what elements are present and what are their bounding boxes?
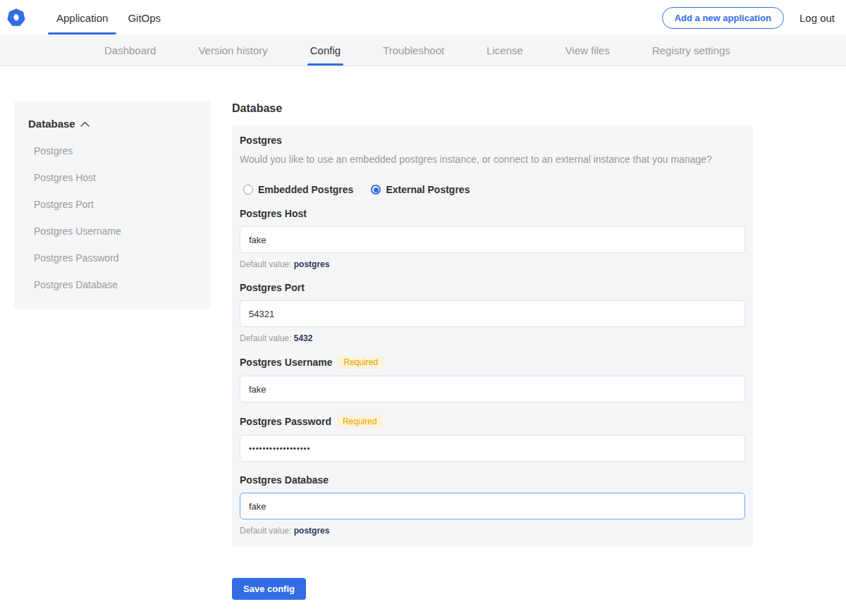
subnav-tab-view-files-label: View files xyxy=(565,44,610,56)
postgres-host-default: Default value: postgres xyxy=(240,259,745,269)
save-config-button[interactable]: Save config xyxy=(232,578,306,600)
postgres-username-label: Postgres Username Required xyxy=(240,356,745,369)
postgres-database-label: Postgres Database xyxy=(240,474,745,486)
subnav-tab-troubleshoot-label: Troubleshoot xyxy=(383,44,444,56)
radio-embedded-postgres-label: Embedded Postgres xyxy=(258,184,353,195)
subnav-tab-license-label: License xyxy=(486,44,523,56)
sidebar-item-postgres-host[interactable]: Postgres Host xyxy=(34,172,197,183)
postgres-database-input[interactable] xyxy=(240,493,745,519)
required-badge: Required xyxy=(338,356,384,369)
top-nav-tabs: Application GitOps xyxy=(47,0,171,35)
postgres-password-label: Postgres Password Required xyxy=(240,415,745,428)
required-badge: Required xyxy=(337,415,383,428)
postgres-port-label: Postgres Port xyxy=(240,282,745,293)
postgres-item-label: Postgres xyxy=(240,135,745,146)
postgres-username-input[interactable] xyxy=(240,376,745,402)
logout-link[interactable]: Log out xyxy=(799,12,835,24)
postgres-host-input[interactable] xyxy=(240,226,745,253)
sidebar-group-database[interactable]: Database xyxy=(28,118,197,130)
subnav-tab-config[interactable]: Config xyxy=(310,35,341,66)
postgres-password-label-text: Postgres Password xyxy=(240,416,331,427)
tab-gitops[interactable]: GitOps xyxy=(118,0,171,35)
sidebar-group-database-label: Database xyxy=(28,118,75,130)
field-postgres-password: Postgres Password Required xyxy=(240,415,745,462)
sidebar-item-postgres-username[interactable]: Postgres Username xyxy=(34,226,197,237)
subnav-tab-troubleshoot[interactable]: Troubleshoot xyxy=(383,35,444,66)
default-value-text: 5432 xyxy=(294,333,313,343)
subnav-tab-version-history[interactable]: Version history xyxy=(198,35,267,66)
radio-unchecked-icon xyxy=(243,185,253,195)
subnav-tab-config-label: Config xyxy=(310,44,341,56)
radio-external-postgres-label: External Postgres xyxy=(386,184,470,195)
postgres-password-input[interactable] xyxy=(240,435,745,462)
config-groups-sidebar: Database Postgres Postgres Host Postgres… xyxy=(14,101,211,309)
logo-heptagon xyxy=(7,8,25,27)
field-postgres-port: Postgres Port Default value: 5432 xyxy=(240,282,745,343)
postgres-database-default: Default value: postgres xyxy=(240,526,745,536)
subnav-tab-view-files[interactable]: View files xyxy=(565,35,610,66)
sidebar-item-postgres-database[interactable]: Postgres Database xyxy=(34,279,197,290)
app-logo-icon[interactable] xyxy=(7,8,25,27)
postgres-username-label-text: Postgres Username xyxy=(240,357,333,368)
subnav-tab-registry-settings-label: Registry settings xyxy=(652,44,730,56)
field-postgres-database: Postgres Database Default value: postgre… xyxy=(240,474,745,536)
subnav-tab-registry-settings[interactable]: Registry settings xyxy=(652,35,730,66)
subnav-tab-dashboard-label: Dashboard xyxy=(104,44,156,56)
radio-external-postgres[interactable]: External Postgres xyxy=(371,184,470,195)
subnav-tab-dashboard[interactable]: Dashboard xyxy=(104,35,156,66)
tab-application[interactable]: Application xyxy=(47,0,118,35)
default-value-label: Default value: xyxy=(240,333,291,343)
config-page: Application GitOps Add a new application… xyxy=(0,0,846,616)
default-value-text: postgres xyxy=(294,526,330,536)
field-postgres-username: Postgres Username Required xyxy=(240,356,745,402)
add-new-application-button[interactable]: Add a new application xyxy=(662,7,784,29)
subnav-tab-license[interactable]: License xyxy=(486,35,523,66)
group-title: Database xyxy=(232,102,753,115)
config-main-area: Database Postgres Would you like to use … xyxy=(232,102,753,600)
field-postgres-host: Postgres Host Default value: postgres xyxy=(240,208,745,269)
radio-checked-icon xyxy=(371,185,381,195)
postgres-port-default: Default value: 5432 xyxy=(240,333,745,343)
sidebar-item-postgres-port[interactable]: Postgres Port xyxy=(34,199,197,210)
radio-embedded-postgres[interactable]: Embedded Postgres xyxy=(243,184,353,195)
postgres-radio-group: Embedded Postgres External Postgres xyxy=(243,184,745,195)
tab-application-label: Application xyxy=(56,12,108,24)
sidebar-item-postgres-password[interactable]: Postgres Password xyxy=(34,252,197,264)
app-sub-nav: Dashboard Version history Config Trouble… xyxy=(0,35,846,66)
chevron-up-icon xyxy=(80,121,90,127)
top-nav: Application GitOps Add a new application… xyxy=(0,0,846,35)
database-config-panel: Postgres Would you like to use an embedd… xyxy=(232,125,753,547)
postgres-host-label: Postgres Host xyxy=(240,208,745,219)
subnav-tab-version-history-label: Version history xyxy=(198,44,267,56)
tab-gitops-label: GitOps xyxy=(128,12,161,24)
sidebar-item-list: Postgres Postgres Host Postgres Port Pos… xyxy=(34,145,197,290)
sidebar-item-postgres[interactable]: Postgres xyxy=(34,145,197,156)
default-value-label: Default value: xyxy=(240,526,291,536)
postgres-help-text: Would you like to use an embedded postgr… xyxy=(240,154,745,165)
postgres-port-input[interactable] xyxy=(240,300,745,327)
default-value-label: Default value: xyxy=(240,259,291,269)
default-value-text: postgres xyxy=(294,259,330,269)
top-nav-right: Add a new application Log out xyxy=(662,7,846,29)
